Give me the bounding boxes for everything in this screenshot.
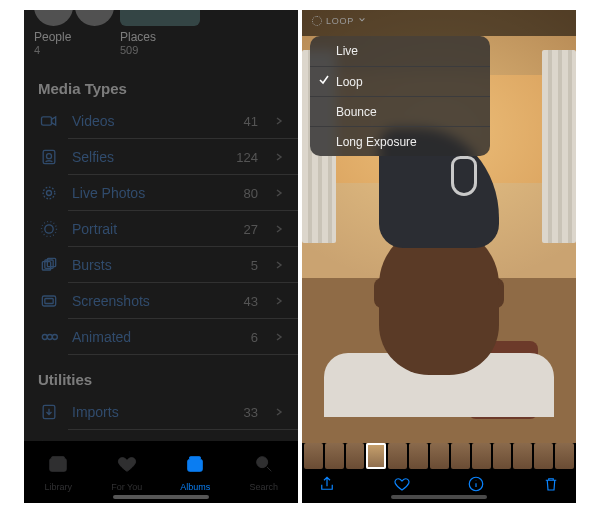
tab-label: Search [249,482,278,492]
tab-bar: LibraryFor YouAlbumsSearch [24,441,298,503]
filmstrip-thumb[interactable] [304,443,323,469]
photo-viewport[interactable]: LOOP LiveLoopBounceLong Exposure [302,10,576,443]
filmstrip-thumb[interactable] [555,443,574,469]
svg-rect-19 [190,456,201,459]
albums-screen: People 4 Places 509 Media TypesVideos41S… [24,10,298,503]
svg-rect-17 [52,456,65,458]
effect-badge-label: LOOP [326,16,354,26]
dimming-overlay [24,10,298,503]
filmstrip-thumb[interactable] [430,443,449,469]
live-photo-screen: LOOP LiveLoopBounceLong Exposure [302,10,576,503]
svg-rect-18 [188,459,203,471]
albums-icon [184,453,206,479]
effect-badge[interactable]: LOOP [312,16,366,26]
library-icon [47,453,69,479]
svg-rect-16 [50,458,67,471]
search-icon [253,453,275,479]
checkmark-icon [318,74,330,89]
tab-search[interactable]: Search [230,441,299,503]
filmstrip-thumb[interactable] [409,443,428,469]
filmstrip-thumb[interactable] [534,443,553,469]
filmstrip-thumb[interactable] [493,443,512,469]
effect-option-label: Live [336,44,358,58]
tab-label: For You [111,482,142,492]
effect-option-loop[interactable]: Loop [310,66,490,96]
effect-option-bounce[interactable]: Bounce [310,96,490,126]
svg-point-20 [256,456,267,467]
delete-button[interactable] [542,475,560,497]
effect-option-label: Loop [336,75,363,89]
share-button[interactable] [318,475,336,497]
home-indicator [113,495,209,499]
effect-option-live[interactable]: Live [310,36,490,66]
chevron-down-icon [358,16,366,26]
filmstrip-thumb[interactable] [472,443,491,469]
favorite-button[interactable] [393,475,411,497]
tab-label: Albums [180,482,210,492]
live-icon [312,16,322,26]
effect-option-long-exposure[interactable]: Long Exposure [310,126,490,156]
curtain-right [542,50,576,243]
filmstrip-thumb[interactable] [451,443,470,469]
tab-for-you[interactable]: For You [93,441,162,503]
effect-option-label: Long Exposure [336,135,417,149]
tab-label: Library [44,482,72,492]
filmstrip-thumb[interactable] [325,443,344,469]
home-indicator [391,495,487,499]
filmstrip-thumb[interactable] [388,443,407,469]
filmstrip[interactable] [302,443,576,469]
for-you-icon [116,453,138,479]
tab-albums[interactable]: Albums [161,441,230,503]
info-button[interactable] [467,475,485,497]
tab-library[interactable]: Library [24,441,93,503]
filmstrip-thumb[interactable] [346,443,365,469]
filmstrip-thumb[interactable] [366,443,386,469]
effect-option-label: Bounce [336,105,377,119]
filmstrip-thumb[interactable] [513,443,532,469]
effect-dropdown: LiveLoopBounceLong Exposure [310,36,490,156]
